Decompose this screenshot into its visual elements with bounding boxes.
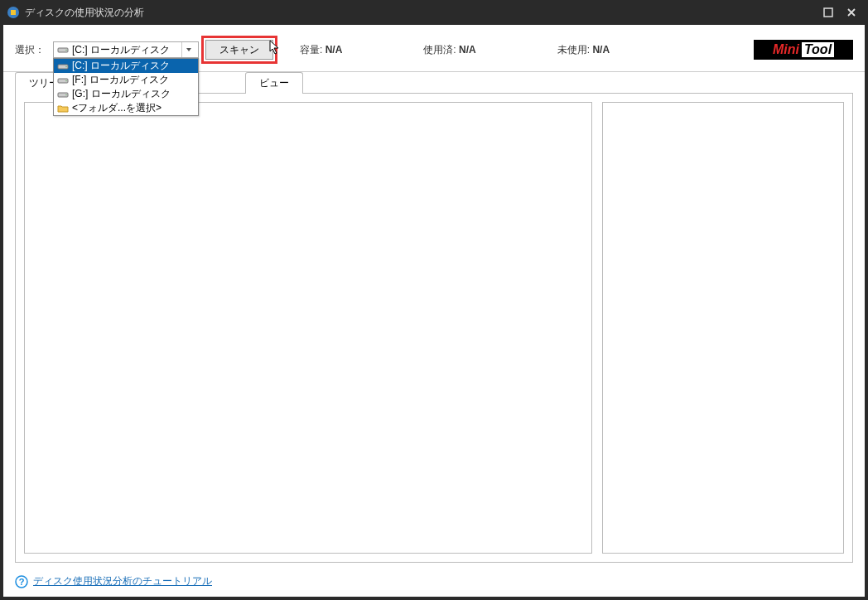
dropdown-item-f[interactable]: [F:] ローカルディスク xyxy=(54,73,198,87)
svg-rect-1 xyxy=(11,10,16,15)
used-stat: 使用済: N/A xyxy=(423,43,475,57)
dropdown-item-label: <フォルダ...を選択> xyxy=(72,101,162,115)
dropdown-item-folder[interactable]: <フォルダ...を選択> xyxy=(54,101,198,115)
select-label: 選択： xyxy=(15,43,45,57)
unused-label: 未使用: xyxy=(557,44,590,56)
logo-mini: Mini xyxy=(773,42,799,57)
app-window: ディスクの使用状況の分析 選択： [C:] ローカルディスク xyxy=(0,0,868,600)
tree-panel[interactable] xyxy=(24,102,592,554)
footer: ? ディスク使用状況分析のチュートリアル xyxy=(3,569,865,597)
folder-icon xyxy=(57,103,69,114)
scan-button[interactable]: スキャン xyxy=(205,40,273,60)
used-value: N/A xyxy=(459,44,476,56)
dropdown-item-label: [C:] ローカルディスク xyxy=(72,59,170,73)
dropdown-item-label: [F:] ローカルディスク xyxy=(72,73,169,87)
scan-button-wrapper: スキャン xyxy=(205,40,273,60)
titlebar: ディスクの使用状況の分析 xyxy=(0,0,868,25)
toolbar: 選択： [C:] ローカルディスク [C:] ローカルディスク xyxy=(3,25,865,72)
tab-file-view[interactable]: ビュー xyxy=(245,72,303,94)
drive-selected-text: [C:] ローカルディスク xyxy=(72,43,181,57)
dropdown-item-g[interactable]: [G:] ローカルディスク xyxy=(54,87,198,101)
drive-icon xyxy=(57,44,69,56)
help-icon[interactable]: ? xyxy=(15,575,28,588)
capacity-label: 容量: xyxy=(300,44,322,56)
unused-stat: 未使用: N/A xyxy=(557,43,610,57)
maximize-button[interactable] xyxy=(822,6,835,19)
drive-icon xyxy=(57,60,69,72)
capacity-value: N/A xyxy=(326,44,343,56)
svg-point-4 xyxy=(65,50,66,51)
unused-value: N/A xyxy=(592,44,610,56)
svg-rect-2 xyxy=(824,8,832,17)
chevron-down-icon[interactable] xyxy=(181,42,195,57)
svg-text:?: ? xyxy=(19,577,25,587)
capacity-stat: 容量: N/A xyxy=(300,43,342,57)
tutorial-link[interactable]: ディスク使用状況分析のチュートリアル xyxy=(33,574,212,588)
drive-select-box[interactable]: [C:] ローカルディスク xyxy=(53,41,199,58)
window-controls xyxy=(822,6,861,19)
drive-select[interactable]: [C:] ローカルディスク [C:] ローカルディスク [F:] ローカルディス… xyxy=(53,41,199,58)
window-title: ディスクの使用状況の分析 xyxy=(25,6,822,20)
client-area: 選択： [C:] ローカルディスク [C:] ローカルディスク xyxy=(3,25,865,597)
svg-point-10 xyxy=(65,94,66,94)
close-button[interactable] xyxy=(845,6,858,19)
dropdown-item-c[interactable]: [C:] ローカルディスク xyxy=(54,59,198,73)
dropdown-item-label: [G:] ローカルディスク xyxy=(72,87,171,101)
drive-dropdown-list: [C:] ローカルディスク [F:] ローカルディスク [G:] ローカルディス… xyxy=(53,58,199,116)
preview-panel[interactable] xyxy=(602,102,844,554)
drive-icon xyxy=(57,75,69,86)
content-area xyxy=(15,93,853,563)
app-icon xyxy=(7,6,20,19)
minitool-logo: Mini Tool xyxy=(754,40,853,60)
used-label: 使用済: xyxy=(423,44,456,56)
svg-point-8 xyxy=(65,80,66,80)
logo-tool: Tool xyxy=(802,42,834,57)
svg-point-6 xyxy=(65,65,66,66)
drive-icon xyxy=(57,89,69,100)
